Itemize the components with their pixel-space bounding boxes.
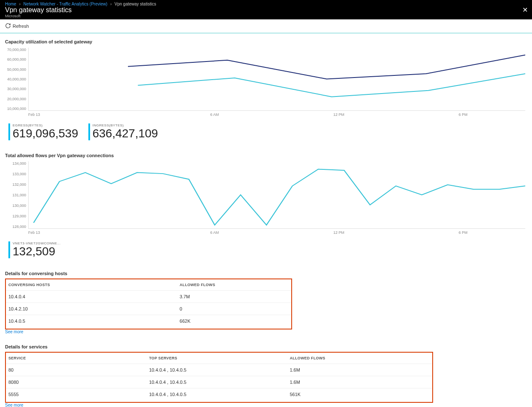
metric-flows: VNET3-VNET2GWCONNE... 132,509 bbox=[8, 241, 61, 258]
page-subtitle: Microsoft bbox=[5, 14, 527, 18]
section-title-capacity: Capacity utilization of selected gateway bbox=[5, 39, 527, 44]
breadcrumb-home[interactable]: Home bbox=[5, 2, 16, 6]
toolbar: Refresh bbox=[0, 19, 532, 33]
services-table: SERVICE TOP SERVERS ALLOWED FLOWS 8010.4… bbox=[6, 353, 432, 400]
cell-flows: 1.6M bbox=[287, 376, 432, 388]
cell-servers: 10.4.0.4 , 10.4.0.5 bbox=[146, 376, 287, 388]
cell-host: 10.4.0.4 bbox=[6, 290, 177, 303]
cell-flows: 1.6M bbox=[287, 364, 432, 376]
section-title-services: Details for services bbox=[5, 344, 527, 349]
metric-egress: EGRESS(BYTES) 619,096,539 bbox=[8, 123, 78, 140]
cell-servers: 10.4.0.4 , 10.4.0.5 bbox=[146, 388, 287, 400]
see-more-services[interactable]: See more bbox=[5, 403, 527, 407]
cell-service: 80 bbox=[6, 364, 146, 376]
cell-servers: 10.4.0.4 , 10.4.0.5 bbox=[146, 364, 287, 376]
capacity-metrics: EGRESS(BYTES) 619,096,539 INGRESS(BYTES)… bbox=[8, 123, 527, 140]
table-row[interactable]: 10.4.0.43.7M bbox=[6, 290, 291, 303]
header-bar: Home › Network Watcher - Traffic Analyti… bbox=[0, 0, 532, 19]
table-row[interactable]: 808010.4.0.4 , 10.4.0.51.6M bbox=[6, 376, 432, 388]
flows-metrics: VNET3-VNET2GWCONNE... 132,509 bbox=[8, 241, 527, 258]
plot-area bbox=[28, 48, 525, 111]
egress-line bbox=[128, 55, 525, 79]
metric-ingress: INGRESS(BYTES) 636,427,109 bbox=[88, 123, 158, 140]
cell-service: 8080 bbox=[6, 376, 146, 388]
breadcrumb: Home › Network Watcher - Traffic Analyti… bbox=[5, 2, 527, 6]
col-allowed-flows[interactable]: ALLOWED FLOWS bbox=[287, 353, 432, 364]
see-more-hosts[interactable]: See more bbox=[5, 329, 527, 334]
capacity-chart: 70,000,000 60,000,000 50,000,000 40,000,… bbox=[5, 48, 527, 119]
hosts-table: CONVERSING HOSTS ALLOWED FLOWS 10.4.0.43… bbox=[6, 279, 291, 327]
col-top-servers[interactable]: TOP SERVERS bbox=[146, 353, 287, 364]
refresh-label: Refresh bbox=[13, 24, 29, 29]
close-icon[interactable]: ✕ bbox=[522, 6, 528, 14]
section-title-hosts: Details for conversing hosts bbox=[5, 271, 527, 276]
y-axis-labels: 70,000,000 60,000,000 50,000,000 40,000,… bbox=[5, 48, 26, 111]
cell-host: 10.4.0.5 bbox=[6, 315, 177, 327]
breadcrumb-current: Vpn gateway statistics bbox=[114, 2, 156, 6]
page-title: Vpn gateway statistics bbox=[5, 6, 72, 14]
content: Capacity utilization of selected gateway… bbox=[0, 39, 532, 407]
metric-value: 619,096,539 bbox=[13, 127, 78, 140]
cell-flows: 0 bbox=[177, 303, 291, 315]
cell-flows: 561K bbox=[287, 388, 432, 400]
services-highlight: SERVICE TOP SERVERS ALLOWED FLOWS 8010.4… bbox=[5, 352, 433, 403]
breadcrumb-network-watcher[interactable]: Network Watcher - Traffic Analytics (Pre… bbox=[24, 2, 108, 6]
flows-chart: 134,000 133,000 132,000 131,000 130,000 … bbox=[5, 161, 527, 237]
flows-line bbox=[34, 169, 525, 225]
cell-flows: 662K bbox=[177, 315, 291, 327]
x-axis-labels: Feb 13 6 AM 12 PM 6 PM bbox=[28, 112, 525, 119]
col-conversing-hosts[interactable]: CONVERSING HOSTS bbox=[6, 279, 177, 291]
table-row[interactable]: 10.4.2.100 bbox=[6, 303, 291, 315]
cell-host: 10.4.2.10 bbox=[6, 303, 177, 315]
col-service[interactable]: SERVICE bbox=[6, 353, 146, 364]
table-row[interactable]: 8010.4.0.4 , 10.4.0.51.6M bbox=[6, 364, 432, 376]
plot-area bbox=[28, 161, 525, 229]
flows-svg bbox=[29, 161, 525, 228]
metric-value: 132,509 bbox=[13, 245, 61, 258]
x-axis-labels: Feb 13 6 AM 12 PM 6 PM bbox=[28, 230, 525, 237]
metric-value: 636,427,109 bbox=[93, 127, 158, 140]
hosts-highlight: CONVERSING HOSTS ALLOWED FLOWS 10.4.0.43… bbox=[5, 278, 292, 329]
refresh-button[interactable]: Refresh bbox=[5, 23, 29, 29]
cell-flows: 3.7M bbox=[177, 290, 291, 303]
y-axis-labels: 134,000 133,000 132,000 131,000 130,000 … bbox=[5, 161, 26, 229]
refresh-icon bbox=[5, 23, 11, 29]
capacity-svg bbox=[29, 48, 525, 110]
chevron-right-icon: › bbox=[110, 2, 112, 6]
cell-service: 5555 bbox=[6, 388, 146, 400]
section-title-flows: Total allowed flows per Vpn gateway conn… bbox=[5, 153, 527, 158]
col-allowed-flows[interactable]: ALLOWED FLOWS bbox=[177, 279, 291, 291]
chevron-right-icon: › bbox=[19, 2, 20, 6]
ingress-line bbox=[138, 74, 525, 97]
table-row[interactable]: 10.4.0.5662K bbox=[6, 315, 291, 327]
table-row[interactable]: 555510.4.0.4 , 10.4.0.5561K bbox=[6, 388, 432, 400]
